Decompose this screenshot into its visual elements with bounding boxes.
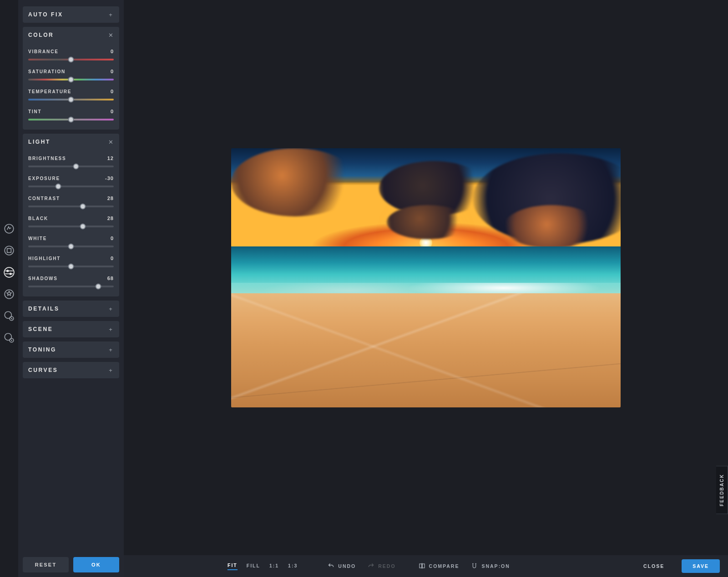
slider-saturation: SATURATION0 (28, 64, 114, 84)
redo-button[interactable]: REDO (368, 562, 395, 570)
panel-title: LIGHT (28, 139, 51, 145)
slider-track[interactable] (28, 266, 114, 267)
slider-value: 28 (107, 216, 114, 221)
reset-button[interactable]: RESET (23, 557, 69, 572)
view-fit[interactable]: FIT (228, 562, 238, 570)
slider-track[interactable] (28, 226, 114, 227)
slider-thumb[interactable] (68, 117, 74, 123)
undo-button[interactable]: UNDO (328, 562, 356, 570)
slider-track[interactable] (28, 99, 114, 100)
plus-icon[interactable]: + (107, 12, 114, 18)
slider-track[interactable] (28, 286, 114, 287)
slider-contrast: CONTRAST28 (28, 191, 114, 211)
feedback-tab[interactable]: FEEDBACK (716, 466, 728, 514)
slider-track[interactable] (28, 186, 114, 187)
panel-color: COLOR✕VIBRANCE0SATURATION0TEMPERATURE0TI… (23, 27, 119, 130)
panel-title: AUTO FIX (28, 11, 63, 18)
slider-thumb[interactable] (73, 164, 79, 170)
slider-thumb[interactable] (80, 224, 86, 230)
view-fill[interactable]: FILL (247, 563, 260, 570)
slider-value: 0 (111, 69, 114, 74)
view-1_1[interactable]: 1:1 (269, 563, 279, 570)
plus-icon[interactable]: + (107, 326, 114, 332)
canvas-image[interactable] (231, 148, 621, 407)
panel-body-color: VIBRANCE0SATURATION0TEMPERATURE0TINT0 (23, 43, 119, 130)
close-button[interactable]: CLOSE (632, 559, 675, 573)
ok-button[interactable]: OK (73, 557, 119, 572)
slider-thumb[interactable] (96, 284, 101, 290)
compare-label: COMPARE (429, 563, 460, 569)
slider-thumb[interactable] (68, 264, 74, 270)
slider-thumb[interactable] (68, 244, 74, 250)
slider-thumb[interactable] (68, 97, 74, 103)
panel-body-light: BRIGHTNESS12EXPOSURE-30CONTRAST28BLACK28… (23, 150, 119, 296)
save-button[interactable]: SAVE (682, 559, 720, 573)
slider-value: 12 (107, 156, 114, 161)
slider-temperature: TEMPERATURE0 (28, 84, 114, 104)
view-mode-group: FITFILL1:11:3 (228, 562, 298, 570)
svg-point-3 (4, 267, 14, 277)
slider-label: VIBRANCE (28, 49, 59, 54)
panel-header-toning[interactable]: TONING+ (23, 341, 119, 358)
slider-value: 0 (111, 256, 114, 261)
slider-value: 28 (107, 196, 114, 201)
slider-track[interactable] (28, 246, 114, 247)
text-tool-icon[interactable] (3, 332, 15, 344)
slider-label: HIGHLIGHT (28, 256, 61, 261)
slider-label: BLACK (28, 216, 48, 221)
slider-label: TEMPERATURE (28, 89, 71, 94)
slider-value: 0 (111, 49, 114, 54)
retouch-tool-icon[interactable] (3, 310, 15, 322)
close-icon[interactable]: ✕ (107, 139, 114, 145)
bottom-bar-right: CLOSE SAVE (632, 559, 720, 573)
panel-title: TONING (28, 346, 56, 353)
slider-thumb[interactable] (68, 57, 74, 63)
slider-value: 0 (111, 236, 114, 241)
slider-label: SHADOWS (28, 276, 58, 281)
panel-header-details[interactable]: DETAILS+ (23, 301, 119, 317)
slider-track[interactable] (28, 119, 114, 120)
slider-tint: TINT0 (28, 104, 114, 124)
slider-track[interactable] (28, 59, 114, 60)
wand-tool-icon[interactable] (3, 223, 15, 235)
main-area: FITFILL1:11:3 UNDO REDO COMPARE (124, 0, 728, 577)
slider-label: SATURATION (28, 69, 66, 74)
panel-header-autofix[interactable]: AUTO FIX+ (23, 6, 119, 23)
compare-icon (419, 562, 425, 570)
slider-track[interactable] (28, 79, 114, 80)
panel-curves: CURVES+ (23, 362, 119, 378)
panel-light: LIGHT✕BRIGHTNESS12EXPOSURE-30CONTRAST28B… (23, 134, 119, 296)
panel-header-scene[interactable]: SCENE+ (23, 321, 119, 337)
effects-tool-icon[interactable] (3, 288, 15, 300)
crop-tool-icon[interactable] (3, 245, 15, 256)
redo-label: REDO (378, 563, 395, 569)
slider-shadows: SHADOWS68 (28, 271, 114, 291)
adjust-sidebar: AUTO FIX+COLOR✕VIBRANCE0SATURATION0TEMPE… (18, 0, 124, 577)
slider-track[interactable] (28, 166, 114, 167)
view-1_3[interactable]: 1:3 (288, 563, 298, 570)
slider-value: 68 (107, 276, 114, 281)
plus-icon[interactable]: + (107, 367, 114, 373)
slider-vibrance: VIBRANCE0 (28, 44, 114, 64)
slider-thumb[interactable] (80, 204, 86, 210)
panel-header-color[interactable]: COLOR✕ (23, 27, 119, 43)
snap-toggle[interactable]: SNAP:ON (471, 562, 510, 570)
compare-button[interactable]: COMPARE (419, 562, 460, 570)
slider-track[interactable] (28, 206, 114, 207)
svg-rect-14 (419, 564, 421, 568)
slider-label: WHITE (28, 236, 47, 241)
adjust-tool-icon[interactable] (3, 266, 15, 278)
panel-header-curves[interactable]: CURVES+ (23, 362, 119, 378)
panel-details: DETAILS+ (23, 301, 119, 317)
slider-label: TINT (28, 109, 41, 114)
panel-header-light[interactable]: LIGHT✕ (23, 134, 119, 150)
panel-autofix: AUTO FIX+ (23, 6, 119, 23)
plus-icon[interactable]: + (107, 347, 114, 353)
plus-icon[interactable]: + (107, 306, 114, 312)
svg-point-0 (5, 224, 14, 233)
svg-rect-15 (422, 564, 425, 568)
slider-thumb[interactable] (55, 184, 61, 190)
close-icon[interactable]: ✕ (107, 32, 114, 38)
slider-thumb[interactable] (68, 77, 74, 83)
undo-label: UNDO (338, 563, 356, 569)
